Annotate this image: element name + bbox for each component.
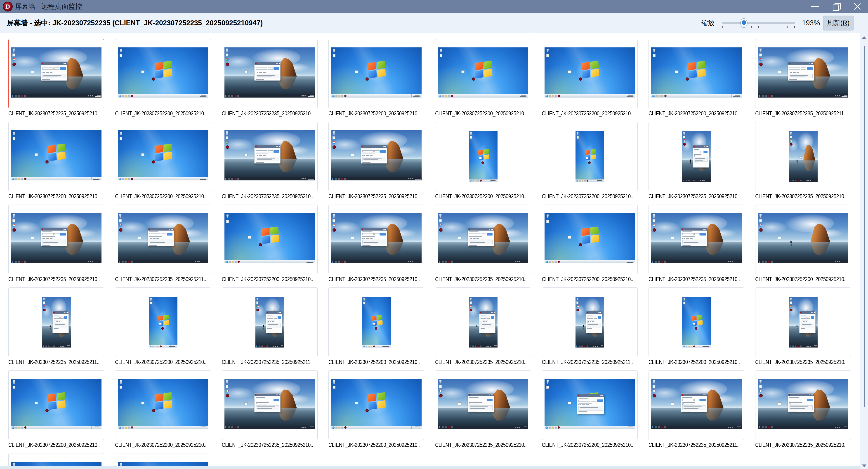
windows-start-icon (439, 261, 441, 263)
screen-thumbnail-cell[interactable] (649, 122, 744, 191)
screen-thumbnail-cell[interactable] (329, 122, 424, 191)
scrollbar-thumb[interactable] (864, 46, 865, 407)
dialog-window-buttons (809, 63, 813, 64)
desktop-icons (577, 298, 580, 311)
desktop-window-icon (675, 70, 678, 73)
desktop-file-icon (13, 386, 16, 389)
screen-thumbnail-cell[interactable] (222, 370, 318, 440)
taskbar-icon (771, 426, 773, 428)
refresh-button[interactable]: 刷新(R) (823, 15, 854, 31)
screen-thumbnail-cell[interactable] (115, 288, 211, 357)
screen-thumbnail-cell[interactable] (755, 370, 851, 440)
screen-thumbnail-cell[interactable] (542, 205, 638, 274)
taskbar-icon (122, 95, 124, 97)
screen-thumbnail-cell[interactable] (435, 122, 531, 191)
screen-thumbnail-cell[interactable] (755, 122, 851, 191)
client-d-tray-icon (661, 261, 663, 263)
dialog-titlebar (148, 228, 174, 231)
scroll-up-arrow-icon[interactable] (862, 36, 866, 39)
screen-thumbnail-cell[interactable] (649, 39, 744, 108)
client-d-tray-icon (477, 345, 479, 347)
screen-thumbnail-cell[interactable] (222, 288, 318, 357)
syncclient-icon (683, 136, 685, 138)
desktop-file-icon (546, 54, 549, 57)
checkbox-icon (789, 72, 790, 73)
screen-thumbnail-cell[interactable] (329, 205, 424, 274)
thumbnail-caption: CLIENT_JK-202307252235_20250925210... (435, 276, 526, 284)
screen-thumbnail-cell[interactable] (222, 122, 318, 191)
dialog-app-icon (480, 312, 482, 313)
client-d-tray-icon (131, 426, 133, 429)
desktop-window-icon (778, 402, 781, 405)
start-orb-icon (332, 95, 335, 97)
client-dialog-window (479, 311, 495, 333)
screen-thumbnail-cell[interactable] (649, 205, 744, 274)
screen-thumbnail-cell[interactable] (435, 39, 531, 108)
thumbnail-caption: CLIENT_JK-202307252200_20250925210... (8, 193, 100, 201)
screen-thumbnail-cell[interactable] (755, 39, 851, 108)
screen-thumbnail-cell[interactable] (755, 205, 851, 274)
screen-thumbnail-cell[interactable] (115, 370, 211, 440)
desktop-window-icon (568, 402, 571, 404)
client-d-icon (226, 394, 229, 397)
desktop-window-icon (458, 402, 461, 405)
taskbar-icon (228, 178, 230, 180)
desktop-file-icon (470, 136, 472, 139)
screen-thumbnail-cell-selected[interactable] (8, 39, 104, 108)
taskbar-icon (231, 426, 233, 428)
windows-start-icon (43, 345, 44, 347)
close-button[interactable] (847, 0, 868, 13)
restore-button[interactable] (826, 0, 847, 13)
dialog-titlebar (266, 311, 282, 314)
taskbar-clock (414, 261, 421, 262)
minimize-button[interactable] (804, 0, 826, 13)
screen-thumbnail-cell[interactable] (435, 205, 531, 274)
checkbox-icon (256, 72, 257, 73)
client-d-icon (119, 228, 123, 232)
screen-thumbnail-cell[interactable] (542, 39, 638, 108)
screen-thumbnail-cell[interactable] (329, 39, 424, 108)
taskbar-icon (267, 345, 268, 347)
screen-thumbnail-cell[interactable] (8, 205, 104, 274)
scroll-down-arrow-icon[interactable] (862, 465, 866, 467)
screen-thumbnail-cell[interactable] (542, 370, 638, 440)
screen-thumbnail-cell[interactable] (222, 39, 318, 108)
desktop-window-icon (458, 237, 461, 239)
taskbar-icon (237, 95, 239, 97)
zoom-slider-track[interactable] (722, 22, 795, 24)
recycle-bin-icon (577, 132, 579, 135)
taskbar-icon (15, 95, 17, 97)
desktop-screenshot (224, 47, 315, 98)
taskbar-icon (18, 95, 20, 97)
screen-thumbnail-cell[interactable] (222, 205, 318, 274)
screen-thumbnail-cell[interactable] (755, 288, 851, 357)
taskbar-clock (732, 94, 741, 98)
screen-thumbnail-cell[interactable] (8, 370, 104, 440)
chrome-icon (577, 305, 579, 307)
windows7-logo (581, 61, 599, 78)
screen-thumbnail-cell[interactable] (329, 370, 424, 440)
screen-thumbnail-cell[interactable] (435, 288, 531, 357)
screen-thumbnail-cell[interactable] (8, 122, 104, 191)
screen-thumbnail-cell[interactable] (115, 122, 211, 191)
folder-icon (155, 346, 156, 347)
dialog-window-buttons (703, 229, 706, 230)
system-tray (302, 427, 306, 428)
screen-thumbnail-cell[interactable] (435, 370, 531, 440)
screen-thumbnail-cell[interactable] (542, 122, 638, 191)
start-orb-icon (225, 261, 228, 263)
client-d-tray-icon (558, 95, 560, 97)
syncclient-icon (759, 219, 762, 222)
screen-thumbnail-cell[interactable] (649, 370, 744, 440)
win10-taskbar (469, 345, 498, 347)
screen-thumbnail-cell[interactable] (329, 288, 424, 357)
screen-thumbnail-cell[interactable] (649, 288, 744, 357)
zoom-slider[interactable] (719, 16, 798, 30)
screen-thumbnail-cell[interactable] (115, 205, 211, 274)
screen-thumbnail-cell[interactable] (8, 288, 104, 357)
vertical-scrollbar[interactable] (860, 33, 868, 469)
screen-thumbnail-cell[interactable] (542, 288, 638, 357)
screen-thumbnail-cell[interactable] (115, 39, 211, 108)
dialog-body (361, 148, 387, 164)
taskbar-clock (65, 345, 70, 347)
